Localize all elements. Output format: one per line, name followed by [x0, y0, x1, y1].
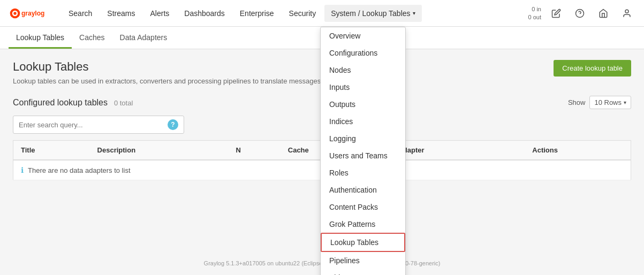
nav-enterprise[interactable]: Enterprise: [233, 5, 281, 22]
sub-nav-data-adapters[interactable]: Data Adapters: [112, 28, 175, 49]
dropdown-outputs[interactable]: Outputs: [321, 96, 405, 113]
col-title: Title: [13, 141, 90, 161]
home-icon-button[interactable]: [595, 5, 612, 22]
help-icon-button[interactable]: [571, 5, 588, 22]
col-actions: Actions: [525, 141, 631, 161]
configured-section-title: Configured lookup tables: [13, 98, 108, 107]
empty-message-text: There are no data adapters to list: [28, 166, 131, 174]
col-description: Description: [90, 141, 229, 161]
nav-system-label: System / Lookup Tables: [331, 9, 410, 18]
configured-section-count: 0 total: [114, 99, 133, 107]
col-name: N: [229, 141, 281, 161]
nav-system[interactable]: System / Lookup Tables ▾: [324, 5, 421, 22]
system-dropdown-menu: Overview Configurations Nodes Inputs Out…: [320, 27, 406, 191]
search-input-wrap: ?: [13, 116, 184, 134]
traffic-out: 0 out: [528, 13, 541, 21]
chevron-down-icon: ▾: [413, 10, 415, 16]
create-lookup-table-button[interactable]: Create lookup table: [554, 60, 631, 77]
edit-icon-button[interactable]: [548, 5, 565, 22]
sub-nav-caches[interactable]: Caches: [72, 28, 112, 49]
show-rows-value: 10 Rows: [594, 98, 622, 106]
dropdown-overview[interactable]: Overview: [321, 27, 405, 44]
svg-text:graylog: graylog: [21, 10, 44, 17]
app-logo[interactable]: graylog: [9, 5, 51, 21]
chevron-down-icon: ▾: [624, 100, 626, 105]
dropdown-logging[interactable]: Logging: [321, 130, 405, 147]
dropdown-indices[interactable]: Indices: [321, 113, 405, 130]
sub-nav-lookup-tables[interactable]: Lookup Tables: [9, 28, 72, 49]
dropdown-users-teams[interactable]: Users and Teams: [321, 147, 405, 164]
show-label: Show: [568, 98, 586, 106]
dropdown-roles[interactable]: Roles: [321, 164, 405, 181]
page-subtitle: Lookup tables can be used in extractors,…: [13, 77, 323, 85]
nav-dashboards[interactable]: Dashboards: [178, 5, 231, 22]
search-input[interactable]: [19, 121, 164, 129]
dropdown-authentication[interactable]: Authentication: [321, 181, 405, 191]
nav-streams[interactable]: Streams: [101, 5, 141, 22]
show-rows-dropdown[interactable]: 10 Rows ▾: [589, 96, 631, 109]
nav-items: Search Streams Alerts Dashboards Enterpr…: [62, 5, 528, 22]
traffic-in: 0 in: [528, 5, 541, 13]
top-navigation: graylog Search Streams Alerts Dashboards…: [0, 0, 644, 27]
dropdown-configurations[interactable]: Configurations: [321, 44, 405, 62]
user-icon-button[interactable]: [618, 5, 635, 22]
nav-right: 0 in 0 out: [528, 5, 635, 22]
dropdown-nodes[interactable]: Nodes: [321, 62, 405, 79]
dropdown-inputs[interactable]: Inputs: [321, 79, 405, 96]
nav-security[interactable]: Security: [283, 5, 323, 22]
svg-point-2: [13, 12, 16, 14]
nav-alerts[interactable]: Alerts: [143, 5, 176, 22]
traffic-indicator: 0 in 0 out: [528, 5, 541, 21]
page-title: Lookup Tables: [13, 60, 323, 74]
nav-search[interactable]: Search: [62, 5, 99, 22]
info-icon: ℹ: [21, 166, 24, 174]
svg-point-6: [625, 10, 628, 13]
help-search-icon[interactable]: ?: [168, 119, 178, 130]
show-control: Show 10 Rows ▾: [568, 96, 631, 109]
